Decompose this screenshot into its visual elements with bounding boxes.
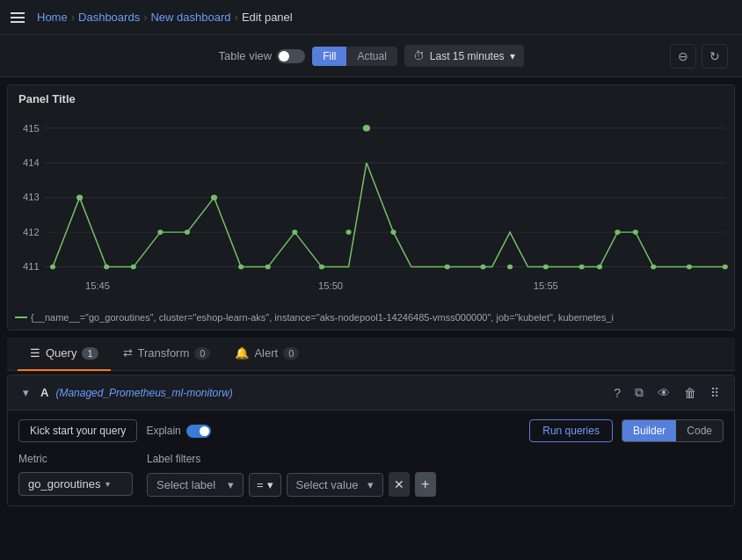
actual-button[interactable]: Actual [346, 47, 396, 66]
eye-icon: 👁 [658, 386, 670, 400]
query-actions-row: Kick start your query Explain Run querie… [18, 419, 724, 442]
chart-container: 415 414 413 412 411 15:45 15:50 15:55 [8, 112, 734, 302]
more-icon: ⠿ [710, 386, 719, 400]
svg-point-24 [346, 229, 351, 235]
query-header: ▾ A (Managed_Prometheus_ml-monitorw) ? ⧉… [8, 375, 734, 411]
svg-point-29 [507, 265, 513, 270]
code-button[interactable]: Code [676, 420, 723, 441]
collapse-button[interactable]: ▾ [18, 383, 33, 402]
svg-text:415: 415 [23, 123, 40, 133]
operator-select[interactable]: = ▾ [249, 473, 281, 497]
copy-icon: ⧉ [635, 385, 644, 399]
fill-actual-group: Fill Actual [312, 47, 397, 66]
svg-text:15:55: 15:55 [534, 280, 558, 290]
svg-point-30 [543, 265, 549, 270]
svg-point-31 [579, 265, 585, 270]
svg-point-36 [687, 265, 692, 270]
builder-button[interactable]: Builder [622, 420, 676, 441]
breadcrumb-home[interactable]: Home [37, 11, 68, 24]
metric-value: go_goroutines [28, 477, 100, 491]
select-label-text: Select label [156, 478, 215, 491]
svg-point-23 [319, 265, 324, 270]
clock-icon: ⏱ [413, 49, 425, 62]
panel-title: Panel Title [18, 92, 76, 105]
tab-query[interactable]: ☰ Query 1 [18, 338, 111, 371]
svg-point-25 [363, 125, 370, 132]
query-datasource: (Managed_Prometheus_ml-monitorw) [55, 387, 232, 399]
tab-transform[interactable]: ⇄ Transform 0 [111, 338, 223, 371]
toolbar-right: ⊖ ↻ [531, 44, 728, 69]
op-chevron-icon: ▾ [267, 478, 273, 491]
builder-code-group: Builder Code [622, 419, 724, 442]
breadcrumb-dashboards[interactable]: Dashboards [78, 11, 140, 24]
svg-text:412: 412 [23, 227, 40, 236]
table-view-toggle: Table view [218, 49, 305, 63]
query-letter: A [40, 386, 48, 399]
select-value-dropdown[interactable]: Select value ▾ [287, 473, 383, 497]
refresh-icon: ↻ [709, 49, 720, 63]
query-header-actions: ? ⧉ 👁 🗑 ⠿ [609, 382, 724, 403]
metric-field-label: Metric [18, 453, 133, 465]
breadcrumb: Home › Dashboards › New dashboard › Edit… [37, 11, 293, 24]
metric-group: Metric go_goroutines ▾ [18, 453, 133, 496]
explain-toggle[interactable] [186, 425, 211, 438]
svg-text:413: 413 [23, 193, 40, 202]
zoom-out-button[interactable]: ⊖ [670, 44, 696, 69]
svg-point-34 [633, 229, 638, 235]
query-panel: ▾ A (Managed_Prometheus_ml-monitorw) ? ⧉… [7, 375, 735, 506]
table-view-label: Table view [218, 49, 272, 62]
chart-legend: {__name__="go_goroutines", cluster="esho… [15, 312, 614, 323]
fill-button[interactable]: Fill [312, 47, 346, 66]
tabs-bar: ☰ Query 1 ⇄ Transform 0 🔔 Alert 0 [7, 338, 735, 371]
svg-point-27 [445, 265, 450, 270]
select-label-dropdown[interactable]: Select label ▾ [147, 473, 244, 497]
alert-tab-icon: 🔔 [235, 346, 249, 360]
run-queries-button[interactable]: Run queries [529, 419, 613, 442]
svg-point-22 [292, 229, 297, 235]
svg-point-17 [157, 229, 163, 235]
label-filters-field-label: Label filters [147, 453, 436, 465]
zoom-out-icon: ⊖ [678, 49, 688, 63]
svg-point-14 [76, 194, 83, 200]
metric-chevron-icon: ▾ [105, 479, 110, 489]
transform-tab-icon: ⇄ [123, 346, 133, 360]
svg-point-26 [390, 229, 396, 235]
trash-icon: 🗑 [684, 386, 696, 400]
breadcrumb-new-dashboard[interactable]: New dashboard [150, 11, 230, 24]
svg-point-37 [723, 265, 728, 270]
alert-tab-badge: 0 [283, 347, 299, 360]
add-icon: + [421, 476, 429, 492]
remove-filter-button[interactable]: ✕ [389, 472, 410, 497]
table-view-switch[interactable] [277, 49, 305, 63]
top-nav: Home › Dashboards › New dashboard › Edit… [0, 0, 742, 35]
add-filter-button[interactable]: + [415, 472, 436, 497]
time-range-picker[interactable]: ⏱ Last 15 minutes ▾ [404, 45, 524, 67]
svg-point-19 [211, 194, 217, 200]
delete-button[interactable]: 🗑 [680, 383, 701, 403]
kick-start-button[interactable]: Kick start your query [18, 419, 137, 442]
tab-alert[interactable]: 🔔 Alert 0 [222, 338, 311, 371]
visibility-button[interactable]: 👁 [653, 383, 674, 403]
chevron-down-icon: ▾ [510, 50, 515, 62]
chart-svg: 415 414 413 412 411 15:45 15:50 15:55 [8, 112, 734, 302]
help-icon: ? [614, 386, 621, 400]
more-options-button[interactable]: ⠿ [706, 383, 724, 403]
transform-tab-label: Transform [138, 346, 190, 360]
time-range-label: Last 15 minutes [430, 50, 505, 62]
metric-select[interactable]: go_goroutines ▾ [18, 472, 133, 496]
label-filters-group: Label filters Select label ▾ = ▾ Select … [147, 453, 436, 497]
refresh-button[interactable]: ↻ [702, 44, 728, 69]
select-value-text: Select value [296, 478, 359, 491]
legend-label: {__name__="go_goroutines", cluster="esho… [31, 312, 614, 323]
svg-point-20 [238, 265, 244, 270]
svg-text:15:45: 15:45 [85, 280, 110, 290]
svg-point-35 [651, 265, 656, 270]
query-tab-label: Query [46, 346, 76, 360]
hamburger-menu[interactable] [11, 12, 25, 23]
svg-text:411: 411 [23, 262, 40, 272]
copy-button[interactable]: ⧉ [630, 382, 648, 403]
breadcrumb-sep-1: › [71, 11, 75, 24]
svg-text:15:50: 15:50 [318, 280, 343, 290]
help-button[interactable]: ? [609, 383, 625, 403]
query-tab-icon: ☰ [30, 346, 40, 360]
